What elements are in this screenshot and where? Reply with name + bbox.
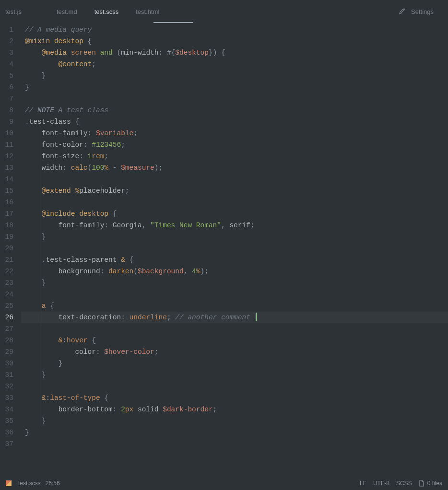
status-encoding[interactable]: UTF-8	[373, 480, 389, 487]
status-filename[interactable]: test.scss	[18, 480, 41, 487]
line-number-gutter: 1234567891011121314151617181920212223242…	[0, 24, 21, 477]
code-line[interactable]: }	[21, 231, 448, 243]
code-content[interactable]: // A media query@mixin desktop { @media …	[21, 24, 448, 477]
code-line[interactable]: @content;	[21, 58, 448, 70]
line-number: 11	[0, 139, 13, 151]
line-number: 5	[0, 70, 13, 82]
tab-test-scss[interactable]: test.scss	[86, 0, 128, 23]
code-line[interactable]: font-family: Georgia, "Times New Roman",…	[21, 220, 448, 231]
status-language[interactable]: SCSS	[396, 480, 412, 487]
line-number: 20	[0, 243, 13, 254]
code-line[interactable]: &:last-of-type {	[21, 392, 448, 404]
code-line[interactable]	[21, 323, 448, 335]
code-line[interactable]: }	[21, 277, 448, 289]
line-number: 25	[0, 300, 13, 312]
line-number: 27	[0, 323, 13, 335]
tab-label: test.scss	[94, 8, 119, 15]
status-eol[interactable]: LF	[360, 480, 366, 487]
line-number: 22	[0, 266, 13, 277]
code-line[interactable]	[21, 93, 448, 105]
code-line[interactable]	[21, 174, 448, 185]
code-line[interactable]: font-family: $variable;	[21, 128, 448, 139]
text-cursor	[256, 313, 257, 321]
status-bar: test.scss 26:56 LF UTF-8 SCSS 0 files	[0, 477, 448, 490]
code-line[interactable]: @media screen and (min-width: #{$desktop…	[21, 47, 448, 58]
settings-button[interactable]: Settings	[399, 8, 448, 15]
tab-label: test.md	[57, 8, 77, 15]
code-line[interactable]: .test-class {	[21, 116, 448, 128]
code-line[interactable]: @mixin desktop {	[21, 35, 448, 47]
tab-test-js[interactable]: test.js	[0, 0, 48, 23]
settings-label: Settings	[411, 8, 434, 15]
line-number: 6	[0, 82, 13, 93]
line-number: 21	[0, 254, 13, 266]
line-number: 12	[0, 151, 13, 162]
line-number: 15	[0, 185, 13, 197]
line-number: 30	[0, 358, 13, 369]
tab-label: test.js	[5, 8, 22, 15]
line-number: 26	[0, 312, 13, 323]
active-tab-indicator	[153, 22, 193, 23]
status-cursor-position[interactable]: 26:56	[46, 480, 60, 487]
line-number: 10	[0, 128, 13, 139]
code-line[interactable]: @include desktop {	[21, 208, 448, 220]
code-line[interactable]: }	[21, 427, 448, 438]
code-line[interactable]: }	[21, 369, 448, 381]
line-number: 19	[0, 231, 13, 243]
line-number: 13	[0, 162, 13, 174]
code-line[interactable]	[21, 289, 448, 300]
status-files[interactable]: 0 files	[427, 480, 442, 487]
code-line[interactable]: }	[21, 358, 448, 369]
code-line[interactable]	[21, 243, 448, 254]
line-number: 17	[0, 208, 13, 220]
code-line[interactable]: color: $hover-color;	[21, 346, 448, 358]
code-line[interactable]	[21, 438, 448, 450]
code-line[interactable]: .test-class-parent & {	[21, 254, 448, 266]
line-number: 37	[0, 438, 13, 450]
code-line[interactable]: // A media query	[21, 24, 448, 35]
code-line[interactable]: a {	[21, 300, 448, 312]
code-line[interactable]: }	[21, 70, 448, 82]
tab-test-html[interactable]: test.html	[127, 0, 168, 23]
line-number: 16	[0, 197, 13, 208]
code-line[interactable]: }	[21, 415, 448, 427]
tab-label: test.html	[136, 8, 159, 15]
code-line[interactable]: }	[21, 82, 448, 93]
line-number: 34	[0, 404, 13, 415]
code-line[interactable]: font-size: 1rem;	[21, 151, 448, 162]
line-number: 14	[0, 174, 13, 185]
line-number: 7	[0, 93, 13, 105]
code-line[interactable]: width: calc(100% - $measure);	[21, 162, 448, 174]
line-number: 32	[0, 381, 13, 392]
code-line[interactable]: text-decoration: underline; // another c…	[21, 312, 448, 323]
line-number: 18	[0, 220, 13, 231]
line-number: 23	[0, 277, 13, 289]
code-line[interactable]: @extend %placeholder;	[21, 185, 448, 197]
code-line[interactable]: // NOTE A test class	[21, 105, 448, 116]
line-number: 35	[0, 415, 13, 427]
line-number: 36	[0, 427, 13, 438]
line-number: 31	[0, 369, 13, 381]
line-number: 1	[0, 24, 13, 35]
line-number: 3	[0, 47, 13, 58]
status-modified-icon	[6, 480, 12, 486]
files-icon	[419, 480, 424, 487]
line-number: 9	[0, 116, 13, 128]
line-number: 4	[0, 58, 13, 70]
line-number: 29	[0, 346, 13, 358]
code-line[interactable]	[21, 197, 448, 208]
code-line[interactable]: &:hover {	[21, 335, 448, 346]
line-number: 2	[0, 35, 13, 47]
settings-icon	[399, 8, 406, 15]
line-number: 28	[0, 335, 13, 346]
tab-test-md[interactable]: test.md	[48, 0, 86, 23]
tab-bar: test.js test.md test.scss test.html Sett…	[0, 0, 448, 23]
code-line[interactable]: font-color: #123456;	[21, 139, 448, 151]
line-number: 8	[0, 105, 13, 116]
line-number: 24	[0, 289, 13, 300]
code-line[interactable]: border-bottom: 2px solid $dark-border;	[21, 404, 448, 415]
line-number: 33	[0, 392, 13, 404]
code-line[interactable]	[21, 381, 448, 392]
code-line[interactable]: background: darken($background, 4%);	[21, 266, 448, 277]
editor[interactable]: 1234567891011121314151617181920212223242…	[0, 23, 448, 477]
